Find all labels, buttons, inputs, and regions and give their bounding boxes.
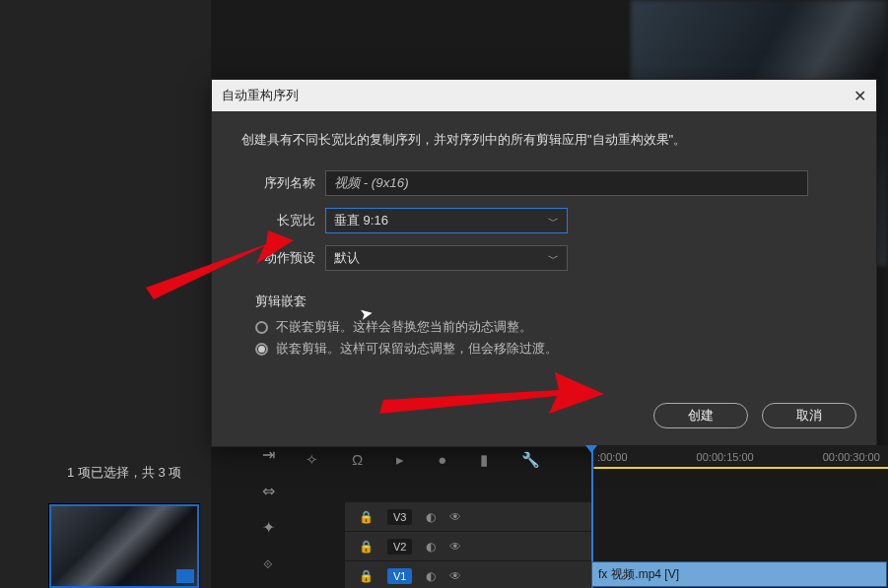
- track-header-area: 🔒 V3 ◐ 👁 🔒 V2 ◐ 👁 🔒 V1 ◐ 👁: [345, 502, 591, 588]
- toggle-output-icon[interactable]: ◐: [426, 569, 436, 583]
- motion-preset-select[interactable]: 默认 ﹀: [325, 245, 568, 271]
- time-tick-1: 00:00:15:00: [697, 451, 754, 463]
- insert-icon[interactable]: ⇥: [262, 445, 275, 464]
- eye-icon[interactable]: 👁: [449, 510, 461, 524]
- radio-icon: [255, 343, 268, 356]
- tool-icon[interactable]: ✦: [262, 518, 275, 537]
- marker-tool-icon[interactable]: ●: [438, 451, 446, 469]
- time-tick-2: 00:00:30:00: [823, 451, 880, 463]
- track-v1[interactable]: 🔒 V1 ◐ 👁: [345, 561, 591, 588]
- track-v3-label: V3: [387, 509, 412, 525]
- track-v3[interactable]: 🔒 V3 ◐ 👁: [345, 502, 591, 532]
- time-ruler[interactable]: :00:00 00:00:15:00 00:00:30:00 00:00:4: [591, 445, 888, 469]
- dialog-title: 自动重构序列: [222, 87, 299, 104]
- create-button[interactable]: 创建: [653, 403, 748, 428]
- aspect-ratio-select[interactable]: 垂直 9:16 ﹀: [325, 208, 568, 233]
- close-icon[interactable]: ✕: [854, 87, 866, 105]
- sequence-name-input[interactable]: [325, 170, 808, 196]
- settings-icon[interactable]: ▮: [480, 451, 488, 469]
- lock-icon[interactable]: 🔒: [359, 540, 374, 554]
- lock-icon[interactable]: 🔒: [359, 510, 374, 524]
- annotation-arrow-2: [379, 372, 606, 431]
- radio-no-nest-label: 不嵌套剪辑。这样会替换您当前的动态调整。: [276, 318, 532, 336]
- fx-badge-icon: fx: [598, 567, 607, 581]
- radio-nest-label: 嵌套剪辑。这样可保留动态调整，但会移除过渡。: [276, 340, 558, 358]
- dialog-titlebar: 自动重构序列 ✕: [212, 80, 876, 111]
- timeline-tool-column: ⇥ ⇔ ✦ ⟐ ▭: [251, 445, 285, 588]
- radio-icon: [255, 321, 268, 334]
- chevron-down-icon: ﹀: [548, 251, 559, 266]
- aspect-ratio-value: 垂直 9:16: [334, 212, 388, 229]
- timeline-clip[interactable]: fx 视频.mp4 [V]: [591, 561, 887, 587]
- clip-label: 视频.mp4 [V]: [611, 566, 679, 583]
- work-area-bar[interactable]: [591, 467, 888, 469]
- snap-icon[interactable]: ✧: [306, 451, 318, 469]
- sequence-name-label: 序列名称: [241, 174, 315, 192]
- time-tick-0: :00:00: [597, 451, 628, 463]
- clip-nesting-group: 剪辑嵌套 ➤ 不嵌套剪辑。这样会替换您当前的动态调整。 嵌套剪辑。这样可保留动态…: [241, 283, 847, 375]
- magnet-icon[interactable]: Ω: [352, 451, 363, 469]
- track-v2[interactable]: 🔒 V2 ◐ 👁: [345, 532, 591, 561]
- timeline-icon-row: ✧ Ω ▸ ● ▮ 🔧: [306, 451, 540, 469]
- radio-no-nest[interactable]: 不嵌套剪辑。这样会替换您当前的动态调整。: [255, 318, 833, 336]
- toggle-output-icon[interactable]: ◐: [426, 540, 436, 554]
- chevron-down-icon: ﹀: [548, 214, 559, 229]
- svg-marker-1: [379, 372, 604, 414]
- track-v1-label: V1: [387, 568, 412, 584]
- linked-selection-icon[interactable]: ▸: [396, 451, 404, 469]
- wrench-icon[interactable]: 🔧: [521, 451, 540, 469]
- radio-nest[interactable]: 嵌套剪辑。这样可保留动态调整，但会移除过渡。: [255, 340, 833, 358]
- aspect-ratio-label: 长宽比: [241, 212, 315, 229]
- svg-marker-0: [146, 230, 294, 299]
- overwrite-icon[interactable]: ⇔: [262, 482, 275, 500]
- dialog-description: 创建具有不同长宽比的复制序列，并对序列中的所有剪辑应用"自动重构效果"。: [241, 131, 847, 149]
- lock-icon[interactable]: 🔒: [359, 569, 374, 583]
- track-v2-label: V2: [387, 539, 412, 555]
- cancel-button[interactable]: 取消: [762, 403, 856, 428]
- link-icon[interactable]: ⟐: [263, 555, 273, 572]
- eye-icon[interactable]: 👁: [449, 569, 461, 583]
- project-thumbnail[interactable]: [49, 504, 199, 588]
- motion-preset-value: 默认: [334, 249, 360, 267]
- project-selection-status: 1 项已选择，共 3 项: [67, 464, 181, 482]
- sequence-badge-icon: [176, 569, 194, 583]
- toggle-output-icon[interactable]: ◐: [426, 510, 436, 524]
- clip-nesting-legend: 剪辑嵌套: [255, 293, 833, 310]
- annotation-arrow-1: [146, 230, 294, 307]
- eye-icon[interactable]: 👁: [449, 540, 461, 554]
